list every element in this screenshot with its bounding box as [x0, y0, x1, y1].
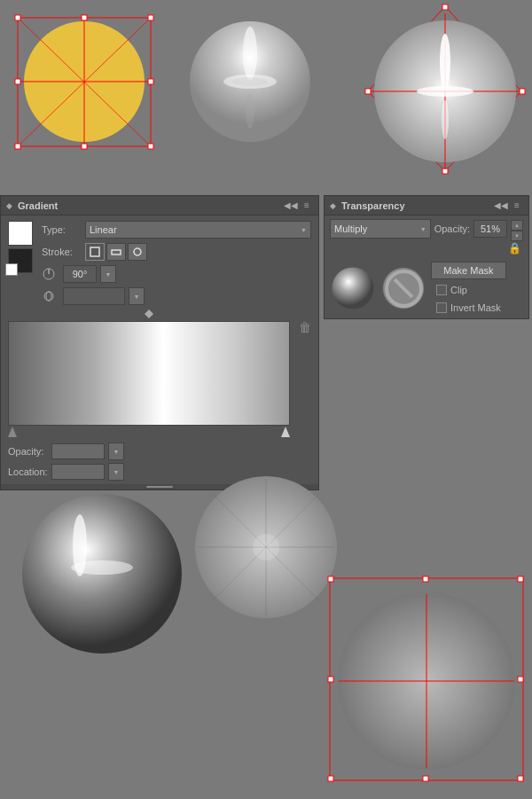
shape1-svg	[13, 13, 155, 151]
svg-point-50	[253, 534, 279, 560]
mask-no-entry-icon[interactable]	[381, 266, 426, 310]
transparency-panel-title: Transparency	[341, 200, 491, 211]
bottom-right-sphere	[328, 576, 528, 791]
opacity-text-label: Opacity:	[434, 223, 470, 234]
svg-rect-11	[15, 144, 20, 149]
opacity-value-text: 51%	[481, 223, 500, 234]
svg-rect-57	[328, 776, 333, 781]
svg-rect-10	[148, 79, 153, 84]
large-dark-sphere	[18, 488, 186, 662]
gradient-panel: ◆ Gradient ◀◀ ≡ Type:	[0, 195, 319, 490]
aspect-dropdown[interactable]: ▼	[129, 287, 145, 305]
shape1-container	[13, 13, 155, 151]
angle-dropdown[interactable]: ▼	[100, 265, 116, 283]
lower-canvas	[0, 461, 532, 799]
svg-rect-20	[442, 4, 448, 10]
clip-checkbox[interactable]	[436, 285, 447, 295]
transparency-collapse-btn[interactable]: ◀◀	[495, 200, 507, 212]
gradient-top-stops	[8, 309, 290, 320]
gradient-white-swatch[interactable]	[8, 221, 33, 246]
opacity-up-arrow[interactable]: ▲	[511, 220, 523, 231]
svg-rect-55	[328, 677, 333, 682]
lock-icon: 🔒	[508, 242, 521, 255]
make-mask-button[interactable]: Make Mask	[431, 262, 506, 279]
stroke-btn-3[interactable]	[128, 243, 147, 261]
gradient-collapse-btn[interactable]: ◀◀	[285, 200, 297, 212]
opacity-down-arrow[interactable]: ▼	[511, 231, 523, 241]
svg-point-17	[246, 93, 254, 129]
svg-rect-59	[518, 776, 523, 781]
stroke-btn-2[interactable]	[106, 243, 126, 261]
aspect-field[interactable]	[63, 287, 125, 305]
bottom-right-sphere-svg	[328, 576, 528, 789]
shape2-svg	[186, 13, 315, 151]
svg-rect-31	[112, 250, 121, 255]
svg-marker-38	[8, 427, 17, 437]
clip-checkbox-row: Clip	[431, 283, 506, 297]
shape3-svg	[364, 4, 528, 186]
stop-right-icon	[281, 427, 290, 437]
svg-rect-13	[148, 144, 153, 149]
gradient-preview-section: 🗑	[8, 309, 311, 439]
blend-mode-value: Multiply	[334, 223, 367, 234]
gradient-delete-btn[interactable]: 🗑	[299, 320, 311, 334]
svg-point-27	[440, 34, 450, 90]
opacity-value-field[interactable]: 51%	[473, 220, 507, 238]
blend-mode-dropdown[interactable]: Multiply	[330, 219, 431, 239]
transparency-diamond-icon: ◆	[330, 201, 336, 210]
stroke-buttons	[85, 243, 147, 261]
svg-rect-56	[518, 677, 523, 682]
medium-gray-sphere-svg	[191, 470, 341, 625]
opacity-row: Opacity: ▼	[8, 443, 311, 460]
mask-sphere-thumb[interactable]	[330, 265, 376, 311]
diamond-stop-icon	[145, 309, 153, 318]
opacity-field[interactable]	[51, 443, 105, 459]
gradient-panel-header: ◆ Gradient ◀◀ ≡	[1, 196, 318, 215]
lock-row: 🔒	[325, 242, 528, 258]
blend-opacity-row: Multiply Opacity: 51% ▲ ▼	[325, 215, 528, 242]
svg-rect-9	[15, 79, 20, 84]
svg-rect-12	[82, 144, 87, 149]
stroke-btn-1[interactable]	[85, 243, 105, 261]
angle-input[interactable]	[63, 265, 97, 283]
svg-point-41	[332, 267, 374, 309]
svg-rect-58	[423, 776, 428, 781]
svg-point-18	[232, 77, 268, 86]
invert-mask-label: Invert Mask	[450, 302, 501, 313]
gradient-bar-wrapper	[8, 309, 290, 439]
svg-rect-54	[518, 576, 523, 582]
stroke-label: Stroke:	[42, 247, 82, 257]
medium-gray-sphere	[191, 470, 341, 627]
canvas-area	[0, 0, 532, 195]
svg-rect-52	[328, 576, 333, 582]
transparency-menu-btn[interactable]: ≡	[511, 200, 523, 212]
opacity-dropdown[interactable]: ▼	[108, 443, 124, 460]
aspect-icon	[42, 289, 56, 303]
type-dropdown[interactable]: Linear	[85, 221, 311, 239]
clip-label: Clip	[450, 285, 467, 295]
angle-row: ▼	[42, 265, 311, 283]
mask-preview-row: Make Mask Clip Invert Mask	[325, 258, 528, 318]
aspect-row: ▼	[42, 287, 311, 305]
invert-mask-checkbox[interactable]	[436, 302, 447, 313]
svg-point-44	[71, 560, 133, 575]
gradient-black-swatch[interactable]	[8, 248, 33, 273]
gradient-menu-btn[interactable]: ≡	[301, 200, 313, 212]
svg-rect-21	[520, 89, 525, 94]
stop-left-icon	[8, 427, 17, 437]
svg-rect-30	[90, 247, 99, 256]
svg-point-28	[417, 86, 473, 97]
shape2-container	[186, 13, 315, 151]
svg-point-29	[442, 100, 449, 139]
opacity-label: Opacity:	[8, 446, 48, 457]
gradient-panel-title: Gradient	[18, 200, 281, 211]
type-row: Type: Linear	[42, 221, 311, 239]
type-label: Type:	[42, 224, 82, 235]
panels-area: ◆ Gradient ◀◀ ≡ Type:	[0, 195, 532, 461]
svg-rect-6	[15, 15, 20, 20]
stroke-row: Stroke:	[42, 243, 311, 261]
svg-point-32	[134, 248, 141, 255]
opacity-stepper[interactable]: ▲ ▼	[511, 220, 523, 238]
svg-marker-39	[281, 427, 290, 437]
gradient-preview-bar[interactable]	[8, 321, 290, 426]
